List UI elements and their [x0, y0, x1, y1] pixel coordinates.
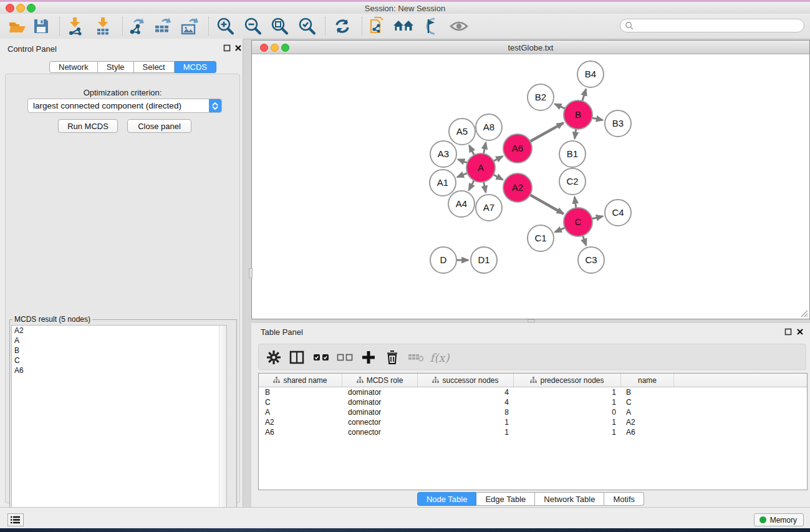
graph-node-A3[interactable]: A3	[430, 141, 456, 167]
graph-node-C4[interactable]: C4	[605, 200, 631, 226]
home-icon[interactable]	[392, 16, 415, 37]
graph-edge-A6-B[interactable]	[529, 123, 563, 142]
graph-edge-B-B1[interactable]	[575, 128, 576, 138]
zoom-in-icon[interactable]	[214, 16, 236, 37]
table-cell[interactable]: dominator	[342, 407, 418, 417]
graph-edge-B-B4[interactable]	[582, 89, 586, 102]
graph-node-C[interactable]: C	[564, 208, 592, 236]
graph-node-A7[interactable]: A7	[476, 195, 502, 221]
table-cell[interactable]: A6	[621, 427, 674, 437]
graph-edge-C-C1[interactable]	[555, 228, 566, 232]
refresh-icon[interactable]	[331, 16, 354, 37]
graph-node-D1[interactable]: D1	[471, 247, 497, 273]
search-box[interactable]	[620, 19, 804, 32]
table-row[interactable]: Cdominator41C	[259, 397, 807, 407]
tab-motifs[interactable]: Motifs	[604, 492, 644, 506]
table-cell[interactable]: 1	[418, 427, 514, 437]
table-row[interactable]: Adominator80A	[259, 407, 807, 417]
table-cell[interactable]: 4	[418, 397, 514, 407]
graph-node-B1[interactable]: B1	[559, 141, 586, 167]
tab-node-table[interactable]: Node Table	[417, 492, 477, 506]
import-table-icon[interactable]	[92, 16, 115, 37]
close-table-panel-icon[interactable]	[796, 328, 804, 336]
table-cell[interactable]: connector	[342, 427, 418, 437]
graph-edge-C-C3[interactable]	[582, 235, 586, 246]
mcds-result-item[interactable]: B	[12, 346, 226, 355]
delete-column-icon[interactable]	[382, 347, 403, 368]
close-panel-button[interactable]: Close panel	[127, 119, 191, 133]
zoom-out-icon[interactable]	[241, 16, 264, 37]
graph-node-A8[interactable]: A8	[476, 114, 502, 140]
search-input[interactable]	[636, 21, 804, 31]
graph-edge-A2-C[interactable]	[529, 195, 563, 214]
graph-edge-A-A5[interactable]	[469, 145, 474, 155]
eye-icon[interactable]	[448, 16, 470, 37]
table-cell[interactable]: 4	[418, 387, 514, 397]
task-history-button[interactable]	[7, 513, 24, 526]
list-scrollbar[interactable]	[219, 326, 226, 526]
run-mcds-button[interactable]: Run MCDS	[58, 119, 118, 133]
table-cell[interactable]: 1	[418, 417, 514, 427]
graph-node-D[interactable]: D	[430, 247, 456, 273]
graph-node-A4[interactable]: A4	[448, 191, 475, 217]
graph-node-A6[interactable]: A6	[503, 134, 532, 163]
optimization-criterion-dropdown[interactable]: largest connected component (directed)	[27, 99, 222, 113]
table-cell[interactable]	[674, 407, 807, 417]
column-header-successor-nodes[interactable]: successor nodes	[418, 374, 514, 387]
tab-style[interactable]: Style	[98, 61, 134, 73]
graph-node-A5[interactable]: A5	[449, 118, 475, 145]
mcds-result-item[interactable]: A	[12, 336, 226, 346]
tab-edge-table[interactable]: Edge Table	[476, 492, 535, 506]
table-cell[interactable]: dominator	[342, 397, 418, 407]
graph-edge-A-A4[interactable]	[469, 180, 475, 190]
table-cell[interactable]: A2	[259, 417, 342, 427]
table-cell[interactable]	[674, 387, 807, 397]
table-cell[interactable]	[674, 417, 807, 427]
graph-node-A1[interactable]: A1	[430, 170, 456, 196]
close-panel-icon[interactable]	[234, 44, 242, 52]
select-all-checkboxes-icon[interactable]	[311, 347, 332, 368]
add-column-icon[interactable]	[358, 347, 379, 368]
column-header-shared-name[interactable]: shared name	[259, 374, 342, 387]
float-panel-icon[interactable]	[223, 44, 231, 52]
column-header-mcds-role[interactable]: MCDS role	[342, 374, 418, 387]
graph-node-C2[interactable]: C2	[559, 168, 586, 195]
graph-node-B4[interactable]: B4	[577, 61, 604, 87]
graph-node-C3[interactable]: C3	[578, 247, 604, 273]
open-session-icon[interactable]	[6, 16, 29, 37]
mcds-result-item[interactable]: A2	[12, 326, 226, 336]
graph-node-B2[interactable]: B2	[528, 84, 554, 110]
network-from-file-icon[interactable]	[367, 16, 390, 37]
tab-network[interactable]: Network	[49, 61, 98, 73]
zoom-fit-icon[interactable]	[268, 16, 291, 37]
graph-edge-A-A6[interactable]	[493, 157, 503, 162]
tab-select[interactable]: Select	[134, 61, 175, 73]
table-cell[interactable]: 1	[514, 417, 621, 427]
table-cell[interactable]: 8	[418, 407, 514, 417]
table-cell[interactable]: B	[259, 387, 342, 397]
table-cell[interactable]: dominator	[342, 387, 418, 397]
table-cell[interactable]: B	[621, 387, 674, 397]
memory-button[interactable]: Memory	[754, 513, 804, 526]
table-cell[interactable]: C	[621, 397, 674, 407]
graph-edge-C-C4[interactable]	[591, 216, 602, 219]
network-canvas[interactable]: B4B2BB3A8A5A6A3B1AC2A1A2A4A7C4CC1C3DD1	[252, 54, 809, 319]
export-table-icon[interactable]	[152, 16, 174, 37]
save-session-icon[interactable]	[30, 16, 52, 37]
table-cell[interactable]: 1	[514, 387, 621, 397]
table-row[interactable]: A2connector11A2	[259, 417, 807, 427]
gear-icon[interactable]	[263, 347, 284, 368]
graph-node-C1[interactable]: C1	[528, 225, 554, 251]
divider-grip[interactable]	[249, 268, 253, 278]
flag-hide-icon[interactable]	[419, 16, 441, 37]
graph-edge-B-B2[interactable]	[555, 104, 566, 109]
mcds-result-item[interactable]: A6	[12, 365, 226, 375]
tab-mcds[interactable]: MCDS	[175, 61, 216, 73]
graph-edge-A-A3[interactable]	[458, 160, 468, 163]
graph-node-B[interactable]: B	[564, 100, 592, 129]
export-network-icon[interactable]	[125, 16, 148, 37]
table-row[interactable]: A6connector11A6	[259, 427, 807, 437]
table-cell[interactable]	[674, 427, 807, 437]
graph-edge-C-C2[interactable]	[574, 197, 576, 208]
table-cell[interactable]: C	[259, 397, 342, 407]
